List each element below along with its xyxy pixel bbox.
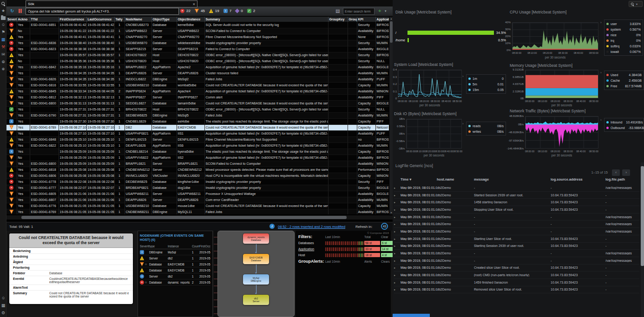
event-row[interactable]: !YesESD-00041-680019-05-06 08:31:1319-05… bbox=[7, 100, 393, 106]
related-event-row[interactable]: iServerdb212019-05-06 08:12 bbox=[140, 273, 210, 279]
close-icon[interactable]: × bbox=[193, 2, 195, 6]
event-row[interactable]: !YesESD-00041-682219-05-06 08:25:1019-05… bbox=[7, 142, 393, 149]
related-event-row[interactable]: ×☺Databasedynamic_reports22019-05-06 07:… bbox=[140, 279, 210, 285]
event-row[interactable]: !YesESD-00041-682619-05-06 08:34:3519-05… bbox=[7, 76, 393, 82]
find-input[interactable]: Sök × bbox=[26, 0, 197, 7]
vertical-scrollbar[interactable]: ▲ ▼ bbox=[389, 17, 393, 214]
legend-item-1m[interactable]: 1m0 bbox=[468, 76, 504, 81]
event-row[interactable]: !YesESD-00041-681819-05-06 08:25:0819-05… bbox=[7, 167, 393, 173]
expand-icon[interactable]: ▸ bbox=[394, 215, 401, 219]
chevron-right-icon[interactable]: › bbox=[600, 71, 602, 75]
event-row[interactable]: !YesESD-00041-684819-05-06 08:25:1019-05… bbox=[7, 136, 393, 142]
refresh-countdown-badge[interactable]: 43 bbox=[381, 223, 388, 230]
event-row[interactable]: !Yes19-05-06 08:40:4119-05-06 08:40:411C… bbox=[7, 34, 393, 40]
column-header-ttid[interactable]: TTId bbox=[30, 17, 59, 22]
flag-icon[interactable]: ⚑ bbox=[0, 29, 6, 35]
panel-icon[interactable]: ▦ bbox=[0, 37, 6, 42]
expand-icon[interactable]: ▸ bbox=[394, 230, 401, 233]
legend-item-iowait[interactable]: iowait0.067% bbox=[606, 49, 641, 54]
log-column-log-source-address[interactable]: log.source.address bbox=[551, 177, 605, 181]
log-row[interactable]: ▸May 6th 2019, 08:01:01.000db2DemoStarti… bbox=[394, 243, 639, 250]
event-row[interactable]: ×YesESD-00041-685119-05-06 08:41:4219-05… bbox=[7, 22, 393, 28]
event-row[interactable]: !YesESD-00041-676919-05-06 08:21:0519-05… bbox=[7, 209, 393, 214]
column-header-tally[interactable]: Tally bbox=[114, 17, 125, 22]
event-row[interactable]: !YesESD-00041-680519-05-06 08:21:0619-05… bbox=[7, 191, 393, 197]
zoom-control[interactable]: ▾ bbox=[629, 1, 643, 7]
scroll-up-icon[interactable]: ▲ bbox=[389, 17, 393, 20]
column-header-lastoccurrence[interactable]: LastOccurrence bbox=[86, 17, 114, 22]
column-header-severity[interactable]: Severity bbox=[7, 17, 17, 22]
event-row[interactable]: !YesESD-00041-677619-05-06 08:21:0519-05… bbox=[7, 203, 393, 209]
event-row[interactable]: !YesESD-00041-678919-05-06 08:27:1019-05… bbox=[7, 124, 393, 130]
log-row[interactable]: ▸May 6th 2019, 08:01:01.000db2Demo1458 s… bbox=[394, 199, 639, 206]
event-row[interactable]: !YesESD-00041-684519-05-06 08:33:3419-05… bbox=[7, 88, 393, 94]
search-icon[interactable] bbox=[1, 1, 6, 6]
mail-icon[interactable]: ✉ bbox=[0, 52, 6, 57]
globe-icon[interactable]: ⊕ bbox=[0, 59, 6, 65]
log-row[interactable]: ▸May 6th 2019, 08:01:01.000db2DemoStarti… bbox=[394, 235, 639, 243]
scroll-down-icon[interactable]: ▼ bbox=[389, 211, 393, 214]
legend-item-softirq[interactable]: softirq0.033% bbox=[606, 43, 641, 49]
event-row[interactable]: !Yes19-05-06 08:34:3519-05-06 08:34:351D… bbox=[7, 70, 393, 76]
event-row[interactable]: !YesESD-00041-684219-05-06 08:35:1619-05… bbox=[7, 64, 393, 70]
next-page-button[interactable]: › bbox=[622, 169, 630, 176]
expand-icon[interactable]: ▸ bbox=[394, 259, 401, 262]
legend-item-inbound[interactable]: Inbound10.491KB/s bbox=[606, 119, 642, 125]
log-row[interactable]: ▸May 6th 2019, 08:01:01.000db2DemoCreate… bbox=[394, 265, 639, 272]
search-input[interactable]: Enter search term bbox=[343, 8, 375, 15]
legend-item-nice[interactable]: nice0% bbox=[606, 32, 641, 38]
event-row[interactable]: !YesESD-00041-679019-05-06 08:27:3119-05… bbox=[7, 112, 393, 118]
log-column-host-name[interactable]: host.name bbox=[437, 177, 474, 181]
expand-icon[interactable]: ▸ bbox=[394, 208, 401, 211]
topology-node-mysql[interactable]: MySqlDBEngine bbox=[243, 274, 269, 285]
add-filter-button[interactable]: + bbox=[378, 8, 381, 13]
chevron-right-icon[interactable]: › bbox=[462, 122, 464, 126]
info-icon[interactable]: i bbox=[269, 224, 275, 229]
event-row[interactable]: ✓Yes19-05-06 08:27:3119-05-06 08:27:311B… bbox=[7, 106, 393, 112]
topology-node-easycmdb[interactable]: EASYCMDBDatabase bbox=[243, 253, 269, 265]
log-row[interactable]: ▸May 6th 2019, 08:01:01.000db2DemoStoppi… bbox=[394, 206, 639, 213]
expand-icon[interactable]: ▸ bbox=[394, 222, 401, 226]
expand-icon[interactable]: ▸ bbox=[394, 252, 401, 255]
column-header-nodename[interactable]: NodeName bbox=[125, 17, 151, 22]
log-row[interactable]: ▸May 6th 2019, 08:01:01.000db2Demo(root)… bbox=[394, 272, 639, 279]
legend-item-free[interactable]: Free817.574MB bbox=[606, 83, 642, 89]
expand-icon[interactable]: ▸ bbox=[394, 194, 401, 197]
tools-icon[interactable]: ⚒ bbox=[0, 44, 6, 50]
legend-item-outbound[interactable]: Outbound-53.986KB/s bbox=[606, 125, 642, 130]
legend-item-used[interactable]: Used4.384GB bbox=[606, 72, 642, 78]
event-row[interactable]: iYes19-05-06 08:25:0919-05-06 08:25:091C… bbox=[7, 149, 393, 155]
event-row[interactable]: iYes19-05-06 08:27:3019-05-06 08:27:301C… bbox=[7, 118, 393, 124]
log-row[interactable]: ▸May 6th 2019, 08:01:01.000db2Demo--/var… bbox=[394, 213, 639, 221]
update-summary-link[interactable]: 08:52 : 2 rows inserted and 2 rows modif… bbox=[278, 225, 345, 229]
legend-item-5m[interactable]: 5m0.01 bbox=[468, 81, 504, 87]
legend-item-user[interactable]: user3.833% bbox=[606, 21, 641, 26]
legend-item-system[interactable]: system0.567% bbox=[606, 26, 641, 32]
star-icon[interactable]: ★ bbox=[0, 8, 6, 13]
event-row[interactable]: !Yes19-05-06 08:27:1019-05-06 08:27:101U… bbox=[7, 130, 393, 136]
log-column-Time[interactable]: Time ▾ bbox=[401, 177, 437, 181]
gear-icon[interactable]: ⚙ bbox=[0, 310, 6, 316]
event-row[interactable]: ×YesESD-00041-677719-05-06 08:22:0719-05… bbox=[7, 185, 393, 191]
chevron-down-icon[interactable]: ▾ bbox=[385, 9, 387, 13]
column-header-groupkey[interactable]: GroupKey bbox=[328, 17, 348, 22]
log-horizontal-scrollbar[interactable] bbox=[393, 314, 430, 317]
grid-icon[interactable]: ▦ bbox=[0, 303, 6, 308]
related-event-row[interactable]: !DatabaseEASYCMDB12019-05-06 08:49 bbox=[140, 267, 210, 273]
expand-icon[interactable]: ▸ bbox=[394, 244, 401, 247]
log-row[interactable]: ▸May 6th 2019, 08:01:01.000db2Demo--/var… bbox=[394, 220, 639, 228]
log-row[interactable]: ▸May 6th 2019, 08:01:01.000db2Demo--/var… bbox=[394, 228, 639, 235]
topology-node-dynamic_reports[interactable]: dynamic_reportsDatabase bbox=[243, 233, 269, 244]
event-row[interactable]: !No19-05-06 08:41:2219-05-06 08:41:221US… bbox=[7, 28, 393, 34]
related-event-row[interactable]: iDBEngineMySql12019-05-06 08:27 bbox=[140, 249, 210, 255]
log-row[interactable]: ▸May 6th 2019, 08:01:01.000db2Demo--/var… bbox=[394, 184, 639, 192]
horizontal-scrollbar[interactable] bbox=[7, 215, 393, 220]
related-event-row[interactable]: !Serverdb212019-05-06 08:51 bbox=[140, 255, 210, 261]
log-row[interactable]: ▸May 6th 2019, 08:01:01.000db2DemoRemove… bbox=[394, 286, 639, 294]
folder-icon[interactable] bbox=[1, 16, 6, 20]
log-row[interactable]: ▸May 6th 2019, 08:01:01.000db2Demo--/var… bbox=[394, 250, 639, 257]
chevron-right-icon[interactable]: › bbox=[462, 74, 464, 78]
legend-item-reads[interactable]: reads0B/s bbox=[468, 123, 504, 129]
event-row[interactable]: !No19-05-06 08:35:3619-05-06 08:35:361US… bbox=[7, 58, 393, 64]
log-scrollbar-thumb[interactable] bbox=[641, 166, 644, 266]
